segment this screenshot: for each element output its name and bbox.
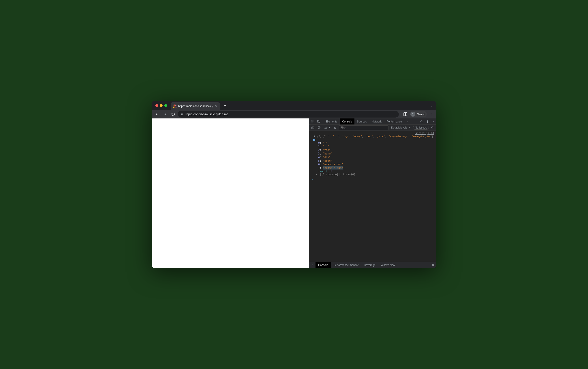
tabs-dropdown-icon[interactable]: ⌄ [430, 104, 433, 107]
array-summary: (8) ['.', '..', 'tmp', 'home', 'dev', 'p… [317, 135, 433, 138]
array-value: "." [323, 141, 328, 144]
tab-favicon: 🎉 [173, 104, 177, 108]
tab-sources[interactable]: Sources [355, 118, 369, 124]
console-toolbar: top ▼ Default levels ▼ No Issues [309, 125, 436, 131]
content-area: Elements Console Sources Network Perform… [152, 118, 436, 268]
log-entry[interactable]: (8) ['.', '..', 'tmp', 'home', 'dev', 'p… [310, 135, 435, 138]
close-window-button[interactable] [155, 104, 158, 107]
drawer-tab-whats-new[interactable]: What's New [378, 262, 398, 268]
drawer-tab-coverage[interactable]: Coverage [361, 262, 378, 268]
tab-network[interactable]: Network [369, 118, 384, 124]
drawer-menu-icon[interactable] [309, 262, 315, 268]
context-label: top [324, 126, 328, 129]
avatar-icon [410, 112, 415, 117]
prototype-value: Array(0) [343, 173, 355, 176]
drawer-tab-console[interactable]: Console [315, 262, 331, 268]
svg-point-16 [312, 265, 313, 265]
svg-point-2 [412, 113, 414, 114]
device-toolbar-icon[interactable] [315, 118, 322, 124]
inspect-element-icon[interactable] [309, 118, 315, 124]
toggle-sidebar-icon[interactable] [310, 125, 315, 130]
back-button[interactable] [154, 111, 160, 118]
array-index: 1 [318, 145, 320, 148]
array-index: 2 [318, 148, 320, 152]
address-bar[interactable]: rapid-concise-muscle.glitch.me [178, 111, 399, 118]
array-item[interactable]: 0: "." [318, 141, 435, 145]
drawer-tab-performance-monitor[interactable]: Performance monitor [331, 262, 361, 268]
array-length-row: length: 8 [310, 170, 435, 173]
svg-point-3 [431, 113, 431, 113]
console-filter-input[interactable] [339, 125, 388, 130]
devtools-tab-bar: Elements Console Sources Network Perform… [309, 118, 436, 125]
prototype-row[interactable]: [[Prototype]]: Array(0) [310, 173, 435, 176]
context-selector[interactable]: top ▼ [323, 126, 331, 129]
info-badge-icon: i [313, 139, 315, 141]
svg-point-10 [427, 121, 428, 122]
array-index: 4 [318, 156, 320, 159]
array-items: 0: "."1: ".."2: "tmp"3: "home"4: "dev"5:… [310, 141, 435, 170]
devtools-dock-icon[interactable] [402, 111, 409, 118]
settings-icon[interactable] [419, 120, 425, 123]
svg-line-14 [318, 127, 320, 129]
console-prompt[interactable]: › [310, 177, 435, 181]
console-settings-icon[interactable] [430, 125, 435, 130]
maximize-window-button[interactable] [164, 104, 167, 107]
source-link[interactable]: script.js:10 [310, 131, 435, 135]
tab-console[interactable]: Console [340, 118, 355, 124]
array-item[interactable]: 7: "example.pbm" [318, 166, 435, 170]
length-key: length [318, 170, 328, 173]
array-item[interactable]: 3: "home" [318, 152, 435, 155]
url-text: rapid-concise-muscle.glitch.me [185, 113, 228, 116]
array-item[interactable]: 2: "tmp" [318, 148, 435, 152]
array-value: "proc" [323, 159, 332, 162]
svg-point-5 [431, 115, 431, 115]
array-value: "tmp" [323, 148, 331, 152]
array-item[interactable]: 5: "proc" [318, 159, 435, 163]
svg-rect-7 [317, 121, 319, 123]
dropdown-triangle-icon: ▼ [328, 126, 331, 129]
levels-label: Default levels [391, 126, 407, 129]
minimize-window-button[interactable] [160, 104, 162, 107]
log-levels-selector[interactable]: Default levels ▼ [390, 126, 412, 129]
array-value: "dev" [323, 156, 331, 159]
expand-toggle-icon[interactable] [316, 173, 318, 176]
new-tab-button[interactable]: ＋ [222, 102, 228, 109]
svg-point-17 [312, 266, 313, 266]
devtools-close-icon[interactable]: ✕ [430, 120, 436, 123]
svg-point-9 [427, 120, 428, 121]
browser-window: 🎉 https://rapid-concise-muscle.g ✕ ＋ ⌄ r… [152, 101, 436, 268]
svg-rect-8 [319, 121, 320, 123]
devtools-drawer: Console Performance monitor Coverage Wha… [309, 262, 436, 268]
browser-tab-bar: 🎉 https://rapid-concise-muscle.g ✕ ＋ ⌄ [152, 101, 436, 110]
array-index: 5 [318, 159, 320, 162]
array-value: "example.pbm" [323, 166, 343, 170]
issues-button[interactable]: No Issues [413, 126, 429, 130]
array-item[interactable]: 1: ".." [318, 145, 435, 148]
browser-tab[interactable]: 🎉 https://rapid-concise-muscle.g ✕ [171, 102, 220, 110]
tab-elements[interactable]: Elements [324, 118, 340, 124]
lock-icon [181, 113, 183, 115]
array-value: ".." [323, 145, 329, 148]
expand-toggle-icon[interactable] [314, 135, 316, 137]
svg-point-15 [312, 264, 313, 264]
browser-menu-button[interactable] [428, 111, 434, 118]
svg-point-11 [427, 122, 428, 123]
array-item[interactable]: 4: "dev" [318, 155, 435, 159]
tab-title: https://rapid-concise-muscle.g [178, 104, 213, 108]
console-output[interactable]: script.js:10 (8) ['.', '..', 'tmp', 'hom… [309, 131, 436, 262]
page-viewport[interactable] [152, 118, 309, 268]
tab-performance[interactable]: Performance [384, 118, 404, 124]
array-item[interactable]: 6: "example.bmp" [318, 163, 435, 166]
array-value: "example.bmp" [323, 163, 343, 166]
clear-console-icon[interactable] [317, 125, 322, 130]
drawer-close-icon[interactable]: ✕ [430, 262, 436, 268]
tab-close-icon[interactable]: ✕ [215, 104, 218, 108]
live-expression-icon[interactable] [333, 125, 338, 130]
more-tabs-icon[interactable]: » [404, 118, 411, 124]
profile-chip[interactable]: Guest [410, 111, 427, 117]
profile-label: Guest [417, 113, 425, 116]
array-value: "home" [323, 152, 332, 155]
forward-button[interactable] [162, 111, 168, 118]
reload-button[interactable] [170, 111, 176, 118]
devtools-menu-icon[interactable] [425, 120, 430, 123]
